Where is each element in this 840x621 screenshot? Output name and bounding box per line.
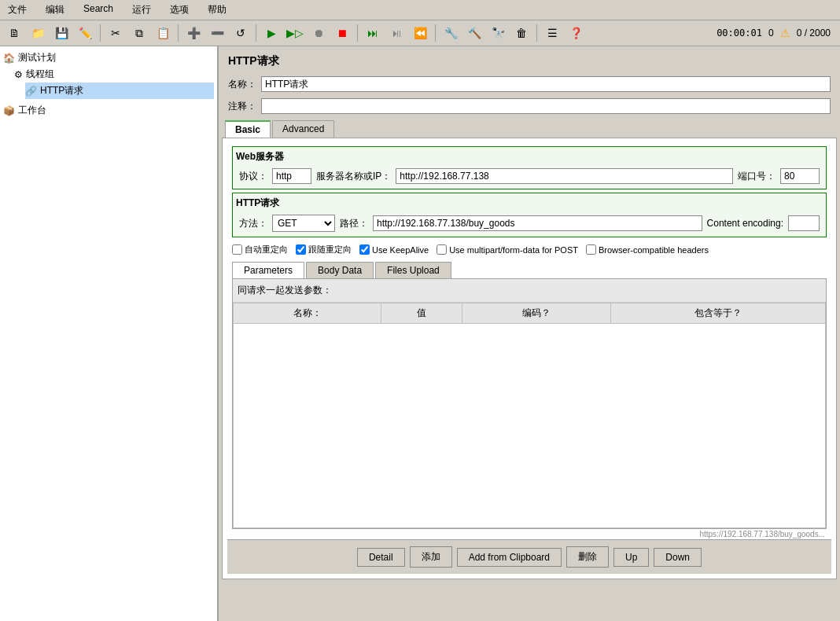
- copy-button[interactable]: ⧉: [128, 23, 150, 43]
- add-clipboard-button[interactable]: Add from Clipboard: [457, 548, 562, 567]
- stop-button[interactable]: ⏹: [331, 23, 353, 43]
- checkbox-keepalive[interactable]: Use KeepAlive: [359, 244, 429, 255]
- tree-item-threadgroup[interactable]: ⚙ 线程组: [14, 66, 214, 83]
- params-title: 同请求一起发送参数：: [233, 279, 826, 303]
- auto-redirect-check[interactable]: [232, 244, 242, 255]
- checkbox-follow-redirect[interactable]: 跟随重定向: [296, 244, 352, 255]
- progress-text: 0 / 2000: [797, 28, 831, 39]
- sep2: [178, 24, 179, 42]
- name-row: 名称：: [222, 73, 837, 95]
- protocol-label: 协议：: [239, 170, 267, 183]
- menubar: 文件 编辑 Search 运行 选项 帮助: [0, 0, 840, 20]
- elapsed-time: 00:00:01: [717, 28, 762, 39]
- inner-tab-filesupload[interactable]: Files Upload: [375, 262, 451, 278]
- binocular-button[interactable]: 🔭: [487, 23, 509, 43]
- col-name: 名称：: [234, 303, 381, 324]
- menu-search[interactable]: Search: [79, 2, 118, 18]
- comment-row: 注释：: [222, 95, 837, 117]
- undo-button[interactable]: ↺: [230, 23, 252, 43]
- httprequest-label: HTTP请求: [40, 84, 83, 97]
- server-label: 服务器名称或IP：: [316, 170, 391, 183]
- httprequest-icon: 🔗: [25, 86, 37, 97]
- open-button[interactable]: 📁: [27, 23, 49, 43]
- add-button[interactable]: 添加: [410, 546, 452, 568]
- menu-file[interactable]: 文件: [3, 2, 31, 18]
- checkbox-multipart[interactable]: Use multipart/form-data for POST: [437, 244, 578, 255]
- edit-button[interactable]: ✏️: [74, 23, 96, 43]
- help-button[interactable]: ❓: [565, 23, 587, 43]
- workbench-icon: 📦: [3, 105, 15, 116]
- checkbox-browser-headers[interactable]: Browser-compatible headers: [586, 244, 709, 255]
- col-value: 值: [381, 303, 462, 324]
- sep3: [256, 24, 256, 42]
- server-input[interactable]: [396, 168, 733, 184]
- multipart-label: Use multipart/form-data for POST: [449, 245, 578, 255]
- path-input[interactable]: [373, 215, 702, 231]
- tab-content: Web服务器 协议： 服务器名称或IP： 端口号： HTTP请求 方法：: [222, 138, 837, 579]
- right-content: HTTP请求 名称： 注释： Basic Advanced Web服务器: [219, 46, 840, 621]
- tree-item-httprequest[interactable]: 🔗 HTTP请求: [25, 83, 214, 99]
- tool1-button[interactable]: 🔧: [440, 23, 462, 43]
- bottom-bar: Detail 添加 Add from Clipboard 删除 Up Down: [227, 539, 831, 574]
- main-layout: 🏠 测试计划 ⚙ 线程组 🔗 HTTP请求 📦 工作台 HTTP请求 名称：: [0, 46, 840, 621]
- tab-advanced[interactable]: Advanced: [272, 120, 334, 138]
- keepalive-check[interactable]: [359, 244, 370, 255]
- port-input[interactable]: [780, 168, 820, 184]
- list-button[interactable]: ☰: [541, 23, 563, 43]
- tree-item-workbench[interactable]: 📦 工作台: [3, 102, 214, 119]
- inner-tab-bar: Parameters Body Data Files Upload: [227, 259, 831, 278]
- cut-button[interactable]: ✂: [105, 23, 127, 43]
- workbench-label: 工作台: [18, 104, 46, 117]
- remove-node-button[interactable]: ➖: [206, 23, 228, 43]
- method-select[interactable]: GET POST PUT DELETE HEAD OPTIONS PATCH: [272, 215, 335, 232]
- params-table: 名称： 值 编码？ 包含等于？: [233, 303, 826, 528]
- http-panel: HTTP请求 名称： 注释： Basic Advanced Web服务器: [222, 50, 837, 579]
- parameters-content: 同请求一起发送参数： 名称： 值 编码？ 包含等于？: [232, 278, 827, 529]
- tab-basic[interactable]: Basic: [225, 120, 271, 138]
- menu-run[interactable]: 运行: [127, 2, 156, 18]
- browser-headers-check[interactable]: [586, 244, 596, 255]
- testplan-label: 测试计划: [18, 51, 56, 64]
- encoding-input[interactable]: [788, 215, 820, 231]
- menu-help[interactable]: 帮助: [203, 2, 231, 18]
- run-button[interactable]: ▶: [260, 23, 282, 43]
- down-button[interactable]: Down: [654, 548, 702, 567]
- multipart-check[interactable]: [437, 244, 447, 255]
- back-button[interactable]: ⏪: [409, 23, 431, 43]
- new-button[interactable]: 🗎: [3, 23, 25, 43]
- tree-item-testplan[interactable]: 🏠 测试计划: [3, 50, 214, 66]
- save-button[interactable]: 💾: [50, 23, 72, 43]
- pause-button[interactable]: ⏺: [308, 23, 330, 43]
- warning-icon: ⚠: [780, 27, 790, 39]
- sep4: [357, 24, 358, 42]
- tool2-button[interactable]: 🔨: [463, 23, 485, 43]
- http-request-title: HTTP请求: [236, 197, 823, 210]
- paste-button[interactable]: 📋: [152, 23, 174, 43]
- inner-tab-parameters[interactable]: Parameters: [232, 262, 304, 278]
- inner-tab-bodydata[interactable]: Body Data: [306, 262, 374, 278]
- protocol-input[interactable]: [272, 168, 311, 184]
- http-request-section: HTTP请求 方法： GET POST PUT DELETE HEAD OPTI…: [232, 193, 827, 237]
- step2-button[interactable]: ⏯: [385, 23, 407, 43]
- col-encode: 编码？: [462, 303, 610, 324]
- params-title-text: 同请求一起发送参数：: [238, 284, 332, 297]
- delete-button[interactable]: 删除: [566, 546, 609, 568]
- checkbox-auto-redirect[interactable]: 自动重定向: [232, 244, 288, 255]
- step-button[interactable]: ⏭: [362, 23, 384, 43]
- run-count: 0: [768, 28, 774, 39]
- run-all-button[interactable]: ▶▷: [284, 23, 306, 43]
- menu-options[interactable]: 选项: [165, 2, 193, 18]
- sidebar-tree: 🏠 测试计划 ⚙ 线程组 🔗 HTTP请求 📦 工作台: [0, 46, 219, 621]
- sep1: [100, 24, 101, 42]
- comment-input[interactable]: [261, 98, 831, 114]
- up-button[interactable]: Up: [613, 548, 649, 567]
- url-hint: https://192.168.77.138/buy_goods...: [227, 529, 831, 539]
- detail-button[interactable]: Detail: [357, 548, 405, 567]
- clear-button[interactable]: 🗑: [510, 23, 532, 43]
- menu-edit[interactable]: 编辑: [41, 2, 69, 18]
- add-node-button[interactable]: ➕: [182, 23, 204, 43]
- threadgroup-icon: ⚙: [14, 69, 23, 80]
- name-input[interactable]: [261, 76, 831, 92]
- follow-redirect-check[interactable]: [296, 244, 306, 255]
- browser-headers-label: Browser-compatible headers: [599, 245, 709, 255]
